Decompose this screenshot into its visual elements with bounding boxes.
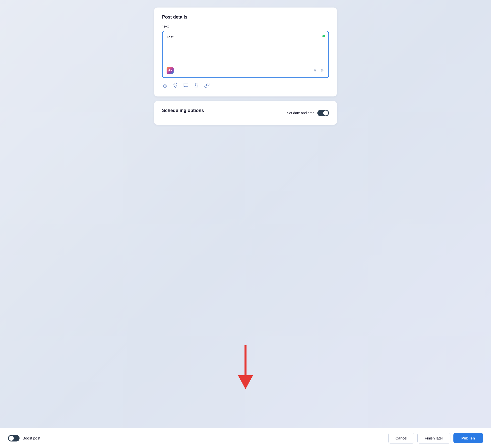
footer-right: # ☺ <box>314 68 324 73</box>
arrow-indicator <box>235 345 256 390</box>
bottom-bar: Boost post Cancel Finish later Publish <box>0 428 491 448</box>
toolbar-icons: ☺ <box>162 82 329 89</box>
post-details-card: Post details Text Test Aa # ☺ ☺ <box>154 8 337 96</box>
finish-later-button[interactable]: Finish later <box>417 433 450 443</box>
scheduling-options-card: Scheduling options Set date and time <box>154 101 337 125</box>
font-style-button[interactable]: Aa <box>167 67 174 74</box>
svg-marker-3 <box>238 375 253 389</box>
status-indicator <box>322 35 325 37</box>
text-field-label: Text <box>162 24 329 28</box>
location-icon[interactable] <box>173 82 178 89</box>
experiment-icon[interactable] <box>194 82 199 89</box>
text-area-footer: Aa # ☺ <box>167 67 324 74</box>
link-icon[interactable] <box>204 82 210 89</box>
boost-label: Boost post <box>23 436 40 440</box>
main-content: Post details Text Test Aa # ☺ ☺ <box>154 8 337 125</box>
arrow-svg <box>235 345 256 390</box>
publish-button[interactable]: Publish <box>453 433 483 443</box>
boost-toggle[interactable] <box>8 435 20 441</box>
emoji-picker-icon[interactable]: ☺ <box>320 68 324 73</box>
cancel-button[interactable]: Cancel <box>388 433 415 443</box>
messenger-icon[interactable] <box>183 82 189 89</box>
post-details-title: Post details <box>162 15 329 20</box>
footer-left: Aa <box>167 67 174 74</box>
action-buttons: Cancel Finish later Publish <box>388 433 483 443</box>
boost-section: Boost post <box>8 435 40 441</box>
text-area-wrapper: Test Aa # ☺ <box>162 31 329 78</box>
post-text-input[interactable]: Test <box>167 35 324 65</box>
emoji-icon[interactable]: ☺ <box>162 83 168 89</box>
hashtag-icon[interactable]: # <box>314 68 316 73</box>
scheduling-title: Scheduling options <box>162 108 204 113</box>
scheduling-toggle[interactable] <box>317 110 329 116</box>
date-time-label: Set date and time <box>287 111 314 115</box>
scheduling-right: Set date and time <box>287 110 329 116</box>
svg-point-0 <box>175 84 176 85</box>
